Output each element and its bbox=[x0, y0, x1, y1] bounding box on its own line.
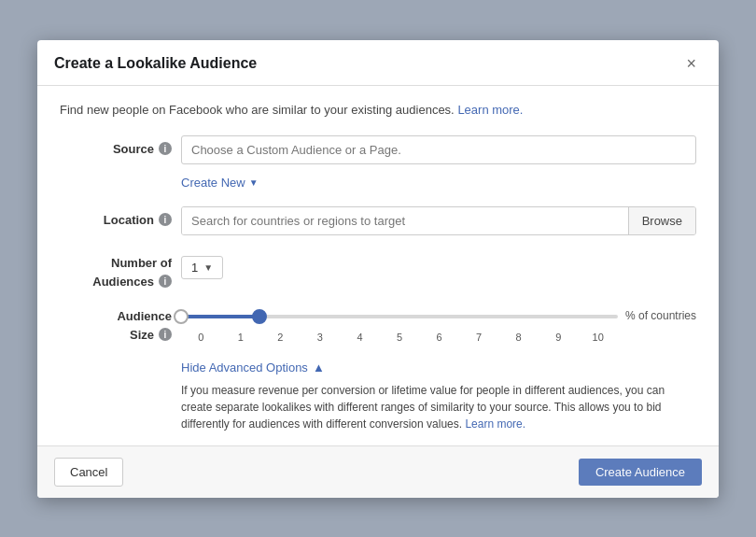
source-row: Source i Create New ▼ bbox=[60, 135, 696, 190]
create-new-caret-icon: ▼ bbox=[249, 177, 259, 188]
location-input-wrapper: Browse bbox=[181, 206, 696, 235]
modal-footer: Cancel Create Audience bbox=[37, 445, 719, 498]
modal-body: Find new people on Facebook who are simi… bbox=[37, 86, 719, 445]
location-input[interactable] bbox=[182, 207, 628, 234]
slider-label-5: 5 bbox=[380, 332, 420, 343]
intro-learn-more-link[interactable]: Learn more. bbox=[457, 103, 523, 117]
slider-label-8: 8 bbox=[498, 332, 539, 343]
close-button[interactable]: × bbox=[680, 53, 702, 74]
audience-size-info-icon[interactable]: i bbox=[159, 328, 172, 341]
advanced-description: If you measure revenue per conversion or… bbox=[181, 382, 696, 432]
audience-size-row: Audience Size i 0 bbox=[60, 305, 696, 343]
audience-size-control: 0 1 2 3 4 5 6 7 8 9 10 bbox=[181, 305, 696, 343]
number-of-audiences-control: 1 ▼ bbox=[181, 252, 696, 279]
source-control: Create New ▼ bbox=[181, 135, 696, 190]
audience-size-label: Audience Size i bbox=[60, 305, 181, 342]
modal-dialog: Create a Lookalike Audience × Find new p… bbox=[37, 40, 719, 498]
slider-thumb-left[interactable] bbox=[174, 309, 189, 324]
slider-thumb-right[interactable] bbox=[252, 309, 267, 324]
audiences-number-select[interactable]: 1 ▼ bbox=[181, 256, 223, 279]
audiences-select-caret-icon: ▼ bbox=[203, 262, 213, 273]
pct-of-countries-label: % of countries bbox=[625, 305, 696, 322]
source-label: Source i bbox=[60, 135, 181, 156]
location-info-icon[interactable]: i bbox=[159, 213, 172, 226]
number-of-audiences-row: Number of Audiences i 1 ▼ bbox=[60, 252, 696, 289]
slider-container: 0 1 2 3 4 5 6 7 8 9 10 bbox=[181, 305, 618, 343]
slider-label-10: 10 bbox=[578, 332, 618, 343]
location-control: Browse bbox=[181, 206, 696, 235]
source-info-icon[interactable]: i bbox=[159, 142, 172, 155]
location-label: Location i bbox=[60, 206, 181, 227]
modal-title: Create a Lookalike Audience bbox=[54, 55, 257, 72]
intro-text: Find new people on Facebook who are simi… bbox=[60, 103, 696, 117]
slider-label-1: 1 bbox=[221, 332, 261, 343]
slider-label-0: 0 bbox=[181, 332, 221, 343]
cancel-button[interactable]: Cancel bbox=[54, 458, 123, 487]
slider-label-6: 6 bbox=[419, 332, 459, 343]
slider-label-7: 7 bbox=[459, 332, 499, 343]
slider-labels-inner: 0 1 2 3 4 5 6 7 8 9 10 bbox=[181, 332, 618, 343]
create-audience-button[interactable]: Create Audience bbox=[579, 459, 702, 486]
source-input[interactable] bbox=[181, 135, 696, 164]
advanced-section: Hide Advanced Options ▲ If you measure r… bbox=[60, 360, 696, 432]
slider-fill bbox=[181, 315, 259, 318]
slider-label-4: 4 bbox=[340, 332, 380, 343]
slider-label-2: 2 bbox=[260, 332, 301, 343]
hide-advanced-link[interactable]: Hide Advanced Options ▲ bbox=[181, 360, 325, 374]
number-of-audiences-label: Number of Audiences i bbox=[60, 252, 181, 289]
audiences-info-icon[interactable]: i bbox=[159, 275, 172, 288]
slider-label-9: 9 bbox=[539, 332, 579, 343]
modal-header: Create a Lookalike Audience × bbox=[37, 40, 719, 86]
slider-track[interactable] bbox=[181, 307, 618, 326]
slider-label-3: 3 bbox=[301, 332, 341, 343]
browse-button[interactable]: Browse bbox=[628, 207, 695, 234]
location-row: Location i Browse bbox=[60, 206, 696, 235]
slider-labels: 0 1 2 3 4 5 6 7 8 9 10 bbox=[181, 332, 618, 343]
advanced-caret-icon: ▲ bbox=[313, 360, 325, 374]
advanced-learn-more-link[interactable]: Learn more. bbox=[465, 417, 525, 431]
create-new-link[interactable]: Create New ▼ bbox=[181, 176, 259, 190]
